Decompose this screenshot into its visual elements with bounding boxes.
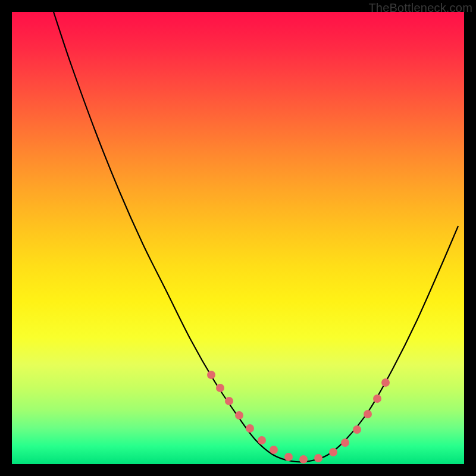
valley-dot — [341, 439, 349, 447]
chart-container: TheBottleneck.com — [0, 0, 476, 476]
valley-dot — [314, 454, 322, 462]
valley-dot — [364, 410, 372, 418]
plot-area — [12, 12, 464, 464]
valley-dot — [373, 394, 381, 403]
valley-dot — [258, 436, 266, 444]
valley-dot — [299, 455, 308, 464]
curve-svg — [12, 12, 464, 464]
bottleneck-curve — [54, 12, 458, 462]
valley-dot — [353, 425, 361, 434]
valley-dot — [381, 378, 390, 387]
valley-dot — [207, 371, 215, 379]
valley-dot — [329, 448, 337, 456]
valley-dot — [225, 397, 233, 405]
valley-dot — [246, 424, 254, 433]
valley-dot — [284, 453, 293, 461]
valley-dot — [270, 446, 278, 454]
valley-dot — [216, 384, 224, 392]
valley-dot — [235, 411, 243, 419]
valley-dots — [207, 371, 390, 464]
